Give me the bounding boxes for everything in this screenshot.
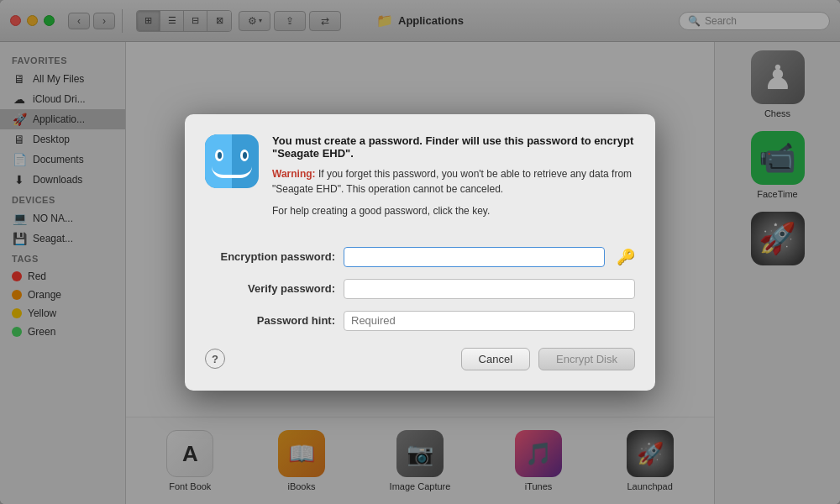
modal-warning: Warning: If you forget this password, yo…	[272, 166, 635, 197]
warning-text: If you forget this password, you won't b…	[272, 168, 632, 195]
modal-header: You must create a password. Finder will …	[205, 134, 635, 234]
key-icon[interactable]: 🔑	[617, 248, 635, 266]
finder-face-left	[205, 134, 232, 188]
finder-smile	[212, 166, 252, 178]
help-button[interactable]: ?	[205, 349, 225, 369]
finder-eye-left	[215, 150, 223, 161]
password-hint-input[interactable]	[344, 311, 635, 331]
verify-password-label: Verify password:	[205, 282, 335, 295]
encrypt-disk-button[interactable]: Encrypt Disk	[538, 348, 635, 370]
finder-window: ‹ › ⊞ ☰ ⊟ ⊠ ⚙ ▾ ⇪ ⇄ 📁 Applications 🔍 Sea…	[0, 0, 840, 504]
verify-password-row: Verify password:	[205, 279, 635, 299]
password-hint-label: Password hint:	[205, 314, 335, 327]
modal-hint-text: For help creating a good password, click…	[272, 205, 635, 217]
encryption-password-row: Encryption password: 🔑	[205, 247, 635, 267]
modal-action-buttons: Cancel Encrypt Disk	[461, 348, 635, 370]
modal-form: Encryption password: 🔑 Verify password: …	[205, 247, 635, 331]
modal-text-area: You must create a password. Finder will …	[272, 134, 635, 234]
password-hint-row: Password hint:	[205, 311, 635, 331]
finder-logo	[205, 134, 259, 188]
modal-title: You must create a password. Finder will …	[272, 134, 635, 160]
encryption-password-input[interactable]	[344, 247, 605, 267]
cancel-button[interactable]: Cancel	[461, 348, 530, 370]
modal-overlay: You must create a password. Finder will …	[0, 0, 840, 504]
finder-face	[205, 134, 259, 188]
modal-footer: ? Cancel Encrypt Disk	[205, 348, 635, 370]
encrypt-disk-modal: You must create a password. Finder will …	[185, 114, 655, 391]
verify-password-input[interactable]	[344, 279, 635, 299]
encryption-password-label: Encryption password:	[205, 250, 335, 263]
finder-eye-right	[240, 150, 249, 161]
warning-label: Warning:	[272, 168, 316, 180]
